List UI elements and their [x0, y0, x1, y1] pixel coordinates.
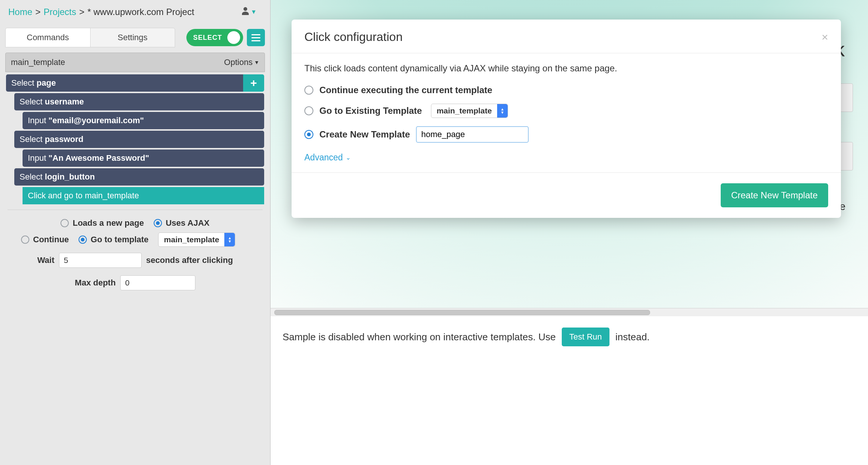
radio-goto-template[interactable]: Go to template: [79, 235, 148, 245]
modal-body: This click loads content dynamically via…: [292, 53, 841, 172]
caret-down-icon: ▼: [254, 59, 259, 65]
user-menu[interactable]: ▼: [242, 7, 257, 17]
wait-row: Wait seconds after clicking: [6, 249, 264, 272]
after-click-options: Continue Go to template main_template ▲▼: [6, 230, 264, 249]
goto-template-select[interactable]: main_template ▲▼: [158, 233, 235, 247]
tab-commands[interactable]: Commands: [6, 28, 91, 47]
radio-label: Go to Existing Template: [319, 106, 422, 116]
chevron-down-icon: ⌄: [346, 154, 351, 161]
modal-opt-create-new[interactable]: Create New Template: [304, 126, 828, 143]
breadcrumb-projects[interactable]: Projects: [44, 7, 76, 17]
radio-label: Go to template: [91, 235, 148, 245]
close-icon: ×: [821, 31, 828, 43]
modal-options: Continue executing the current template …: [304, 85, 828, 143]
max-depth-input[interactable]: [120, 275, 195, 290]
modal-opt-continue[interactable]: Continue executing the current template: [304, 85, 828, 95]
user-icon: [242, 7, 249, 17]
radio-icon: [154, 219, 162, 227]
page-load-options: Loads a new page Uses AJAX: [6, 216, 264, 230]
modal-opt-goto-existing[interactable]: Go to Existing Template main_template ▲▼: [304, 104, 828, 118]
template-options-label: Options: [224, 57, 253, 67]
breadcrumb-sep: >: [35, 7, 41, 17]
breadcrumb-current: * www.upwork.com Project: [88, 7, 194, 17]
template-header: main_template Options ▼: [5, 53, 265, 72]
advanced-toggle[interactable]: Advanced ⌄: [304, 152, 828, 163]
select-value: main_template: [159, 235, 224, 244]
depth-label: Max depth: [75, 278, 116, 288]
radio-icon: [21, 236, 29, 244]
modal-close-button[interactable]: ×: [821, 31, 828, 44]
click-config-modal: Click configuration × This click loads c…: [292, 20, 841, 218]
toggle-knob: [227, 31, 240, 44]
modal-description: This click loads content dynamically via…: [304, 63, 828, 74]
radio-uses-ajax[interactable]: Uses AJAX: [154, 218, 210, 228]
template-options[interactable]: Options ▼: [224, 57, 259, 67]
radio-label: Continue executing the current template: [319, 85, 492, 95]
site-preview: work t time Click configuration × This c…: [271, 0, 868, 308]
radio-label: Create New Template: [319, 129, 410, 140]
select-mode-toggle[interactable]: SELECT: [186, 29, 243, 46]
radio-loads-new[interactable]: Loads a new page: [60, 218, 144, 228]
cmd-click-goto[interactable]: Click and go to main_template: [23, 187, 264, 204]
sidebar-toolbar: Commands Settings SELECT: [4, 28, 266, 47]
radio-icon: [79, 236, 87, 244]
cmd-input-password[interactable]: Input "An Awesome Password": [23, 149, 264, 167]
radio-icon: [304, 130, 313, 139]
sidebar: Home > Projects > * www.upwork.com Proje…: [0, 0, 271, 465]
existing-template-select[interactable]: main_template ▲▼: [431, 104, 508, 118]
select-value: main_template: [431, 106, 497, 115]
sample-note-pre: Sample is disabled when working on inter…: [283, 331, 556, 343]
modal-footer: Create New Template: [292, 172, 841, 218]
breadcrumb-sep: >: [79, 7, 85, 17]
cmd-select-username[interactable]: Select username: [14, 93, 264, 110]
cmd-select-page[interactable]: Select page +: [6, 74, 264, 92]
menu-button[interactable]: [247, 29, 265, 46]
radio-icon: [304, 86, 313, 95]
new-template-name-input[interactable]: [416, 126, 529, 143]
main-pane: work t time Click configuration × This c…: [271, 0, 868, 465]
breadcrumb: Home > Projects > * www.upwork.com Proje…: [4, 7, 266, 17]
modal-title: Click configuration: [304, 30, 402, 44]
cmd-select-password[interactable]: Select password: [14, 131, 264, 148]
cmd-input-email[interactable]: Input "email@youremail.com": [23, 112, 264, 129]
select-toggle-label: SELECT: [193, 34, 222, 42]
divider: [8, 210, 263, 210]
radio-label: Loads a new page: [73, 218, 144, 228]
radio-label: Uses AJAX: [166, 218, 210, 228]
plus-icon: +: [250, 77, 257, 89]
select-stepper-icon: ▲▼: [497, 104, 508, 118]
sample-note: Sample is disabled when working on inter…: [271, 316, 868, 358]
wait-label-left: Wait: [37, 255, 54, 265]
test-run-button[interactable]: Test Run: [562, 328, 609, 346]
template-name: main_template: [11, 57, 65, 67]
radio-icon: [60, 219, 69, 227]
horizontal-scrollbar[interactable]: [271, 308, 868, 316]
advanced-label: Advanced: [304, 152, 343, 163]
caret-down-icon: ▼: [251, 9, 257, 15]
sidebar-tabs: Commands Settings: [5, 28, 175, 47]
breadcrumb-home[interactable]: Home: [8, 7, 32, 17]
radio-icon: [304, 106, 313, 115]
command-list: Select page + Select username Input "ema…: [4, 72, 266, 301]
wait-seconds-input[interactable]: [59, 253, 142, 268]
cmd-select-login[interactable]: Select login_button: [14, 168, 264, 186]
select-stepper-icon: ▲▼: [224, 233, 235, 246]
depth-row: Max depth: [6, 272, 264, 294]
wait-label-right: seconds after clicking: [146, 255, 233, 265]
add-command-button[interactable]: +: [243, 74, 264, 92]
create-template-button[interactable]: Create New Template: [721, 183, 828, 207]
modal-header: Click configuration ×: [292, 20, 841, 53]
radio-label: Continue: [33, 235, 69, 245]
sample-note-post: instead.: [615, 331, 650, 343]
tab-settings[interactable]: Settings: [91, 28, 175, 47]
radio-continue[interactable]: Continue: [21, 235, 69, 245]
